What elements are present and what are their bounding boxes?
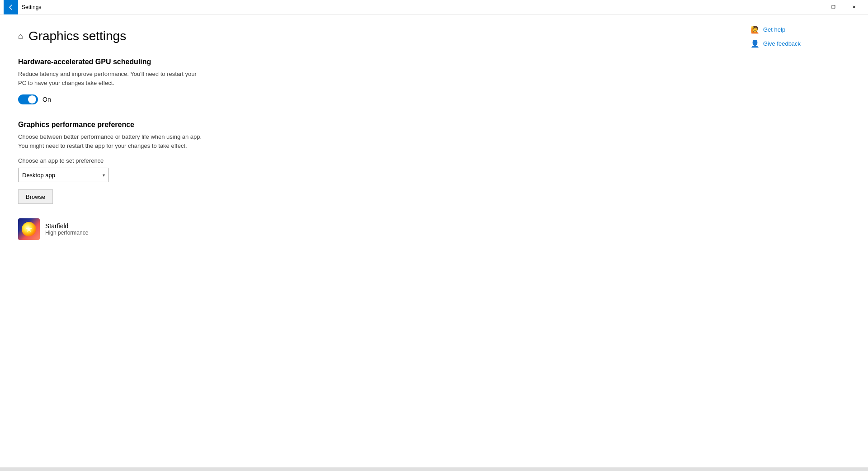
- feedback-icon: 👤: [750, 39, 760, 48]
- close-button[interactable]: ✕: [844, 0, 864, 14]
- app-type-dropdown-wrapper: Desktop app Microsoft Store app ▾: [18, 168, 108, 182]
- list-item: Starfield High performance: [18, 215, 723, 244]
- app-info: Starfield High performance: [45, 222, 88, 236]
- app-type-dropdown[interactable]: Desktop app Microsoft Store app: [18, 168, 108, 182]
- app-performance: High performance: [45, 230, 88, 236]
- graphics-preference-desc: Choose between better performance or bat…: [18, 132, 723, 150]
- taskbar: [0, 467, 868, 471]
- toggle-on-label: On: [42, 96, 51, 103]
- restore-button[interactable]: ❐: [823, 0, 844, 14]
- gpu-scheduling-title: Hardware-accelerated GPU scheduling: [18, 58, 723, 66]
- right-panel: 🙋 Get help 👤 Give feedback: [741, 14, 868, 467]
- help-icon: 🙋: [750, 25, 760, 34]
- home-icon: ⌂: [18, 32, 23, 41]
- back-button[interactable]: [4, 0, 18, 14]
- window-controls: − ❐ ✕: [802, 0, 864, 14]
- give-feedback-label: Give feedback: [763, 40, 801, 47]
- page-header: ⌂ Graphics settings: [18, 29, 723, 43]
- title-bar: Settings − ❐ ✕: [0, 0, 868, 14]
- give-feedback-link[interactable]: 👤 Give feedback: [750, 39, 859, 48]
- window-title: Settings: [22, 4, 802, 10]
- window: Settings − ❐ ✕ ⌂ Graphics settings Hardw…: [0, 0, 868, 471]
- gpu-scheduling-section: Hardware-accelerated GPU scheduling Redu…: [18, 58, 723, 104]
- starfield-icon: [18, 218, 40, 240]
- get-help-link[interactable]: 🙋 Get help: [750, 25, 859, 34]
- dropdown-label: Choose an app to set preference: [18, 157, 723, 164]
- get-help-label: Get help: [763, 26, 785, 33]
- graphics-preference-title: Graphics performance preference: [18, 121, 723, 129]
- app-name: Starfield: [45, 222, 88, 230]
- app-list: Starfield High performance: [18, 215, 723, 244]
- toggle-thumb: [28, 95, 36, 104]
- page-title: Graphics settings: [28, 29, 126, 43]
- main-content: ⌂ Graphics settings Hardware-accelerated…: [0, 14, 741, 467]
- content-area: ⌂ Graphics settings Hardware-accelerated…: [0, 14, 868, 467]
- gpu-toggle-row: On: [18, 94, 723, 104]
- gpu-scheduling-toggle[interactable]: [18, 94, 38, 104]
- minimize-button[interactable]: −: [802, 0, 823, 14]
- gpu-scheduling-desc: Reduce latency and improve performance. …: [18, 70, 723, 87]
- browse-button[interactable]: Browse: [18, 189, 53, 204]
- graphics-preference-section: Graphics performance preference Choose b…: [18, 121, 723, 244]
